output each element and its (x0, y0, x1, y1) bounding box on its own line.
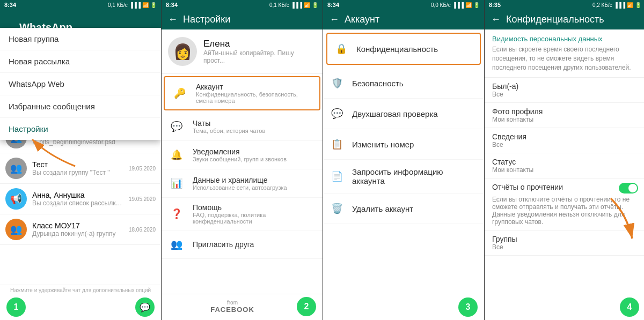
from-label: from (171, 300, 294, 306)
status-bar-2: 8:34 0,1 КБ/с ▐▐▐ 📶 🔋 (162, 0, 323, 10)
menu-starred[interactable]: Избранные сообщения (0, 95, 161, 118)
settings-label: Данные и хранилище (193, 176, 316, 184)
privacy-header: ← Конфиденциальность (485, 10, 644, 29)
privacy-item-groups[interactable]: Группы Все (485, 230, 644, 256)
settings-header: ← Настройки (162, 10, 323, 29)
back-button-4[interactable]: ← (491, 14, 501, 25)
footer-panel-4: 4 (485, 294, 644, 320)
account-item-security[interactable]: 🛡️ Безопасность (323, 68, 484, 99)
profile-avatar: 👩 (168, 37, 197, 66)
account-label-request: Запросить информацию аккаунта (352, 167, 478, 185)
settings-item-invite[interactable]: 👥 Пригласить друга (162, 230, 323, 259)
account-list: 🔒 Конфиденциальность 🛡️ Безопасность 💬 Д… (323, 29, 484, 294)
privacy-section-desc: Если вы скроете время своего последнего … (492, 45, 638, 72)
chat-info: Тест Вы создали группу "Тест " (32, 160, 123, 176)
privacy-desc-receipts: Если вы отключите отчёты о прочтении, то… (492, 196, 638, 226)
status-bar-1: 8:34 0,1 КБ/с ▐▐▐ 📶 🔋 (0, 0, 161, 10)
menu-new-broadcast[interactable]: Новая рассылка (0, 50, 161, 73)
bell-icon: 🔔 (168, 146, 185, 163)
status-icons-3: 0,0 КБ/с ▐▐▐ 📶 🔋 (431, 2, 480, 8)
panel-account: 8:34 0,0 КБ/с ▐▐▐ 📶 🔋 ← Аккаунт 🔒 Конфид… (323, 0, 484, 320)
list-item[interactable]: 👥 Тест Вы создали группу "Тест " 19.05.2… (0, 153, 161, 184)
list-item[interactable]: 👥 Класс МОУ17 Дурында покинул(-а) группу… (0, 214, 161, 245)
status-icons-4: 0,2 КБ/с ▐▐▐ 📶 🔋 (592, 2, 641, 8)
footer-panel-3: 3 (323, 294, 484, 320)
account-item-delete[interactable]: 🗑️ Удалить аккаунт (323, 194, 484, 224)
chat-date: 18.06.2020 (129, 227, 156, 233)
avatar: 👥 (5, 219, 27, 240)
avatar: 📢 (5, 188, 27, 210)
privacy-value-last-seen: Все (492, 91, 638, 98)
account-item-change-number[interactable]: 📋 Изменить номер (323, 129, 484, 160)
account-item-request[interactable]: 📄 Запросить информацию аккаунта (323, 160, 484, 194)
chat-preview: Вы создали группу "Тест " (32, 169, 123, 176)
settings-item-help[interactable]: ❓ Помощь FAQ, поддержка, политика конфид… (162, 198, 323, 230)
status-icons-2: 0,1 КБ/с ▐▐▐ 📶 🔋 (269, 2, 318, 8)
privacy-item-status[interactable]: Статус Мои контакты (485, 153, 644, 178)
time-1: 8:34 (4, 2, 16, 8)
hint-text: Нажмите и удерживайте чат для дополнител… (0, 285, 161, 295)
receipts-text: Отчёты о прочтении (492, 183, 614, 191)
receipts-toggle[interactable] (619, 183, 638, 194)
chat-date: 19.05.2020 (129, 196, 156, 202)
shield-icon-3: 🛡️ (330, 76, 345, 91)
privacy-item-photo[interactable]: Фото профиля Мои контакты (485, 103, 644, 128)
wifi-icon-4: 📶 (627, 2, 633, 8)
privacy-label-groups: Группы (492, 235, 638, 243)
signal-icon: ▐▐▐ (129, 2, 141, 8)
from-facebook: from FACEBOOK (168, 296, 297, 317)
chat-date: 19.05.2020 (129, 166, 156, 172)
status-icons-1: 0,1 КБ/с ▐▐▐ 📶 🔋 (108, 2, 157, 8)
compose-button[interactable]: 💬 (135, 297, 155, 317)
settings-item-account[interactable]: 🔑 Аккаунт Конфиденциальность, безопаснос… (164, 76, 320, 110)
battery-icon-4: 🔋 (635, 2, 641, 8)
privacy-item-highlighted[interactable]: 🔒 Конфиденциальность (326, 33, 481, 65)
step-4-badge: 4 (620, 297, 639, 317)
settings-item-notifications[interactable]: 🔔 Уведомления Звуки сообщений, групп и з… (162, 141, 323, 169)
settings-label: Помощь (193, 203, 316, 212)
settings-label: Аккаунт (196, 83, 313, 91)
time-4: 8:35 (489, 2, 501, 8)
privacy-item-receipts: Отчёты о прочтении Если вы отключите отч… (485, 178, 644, 230)
privacy-value-status: Мои контакты (492, 166, 638, 174)
chat-info: Анна, Аннушка Вы создали список рассылки… (32, 191, 123, 207)
help-icon: ❓ (168, 205, 185, 222)
wifi-icon: 📶 (142, 2, 149, 8)
data-speed-1: 0,1 КБ/с (108, 2, 128, 8)
time-3: 8:34 (327, 2, 339, 8)
settings-desc: Конфиденциальность, безопасность, смена … (196, 91, 313, 104)
settings-text-invite: Пригласить друга (193, 240, 316, 249)
trash-icon: 🗑️ (330, 201, 345, 216)
header-title-4: Конфиденциальность (506, 14, 604, 25)
status-bar-4: 8:35 0,2 КБ/с ▐▐▐ 📶 🔋 (485, 0, 644, 10)
account-label-2step: Двухшаговая проверка (352, 109, 438, 118)
account-item-privacy[interactable]: 🔒 Конфиденциальность (327, 34, 480, 64)
profile-card[interactable]: 👩 Елена АйТи-шный копирайтер. Пишу прост… (162, 29, 323, 74)
back-button-3[interactable]: ← (330, 14, 339, 25)
privacy-label-about: Сведения (492, 132, 638, 141)
account-item-2step[interactable]: 💬 Двухшаговая проверка (323, 99, 484, 129)
settings-text-notifications: Уведомления Звуки сообщений, групп и зво… (193, 147, 316, 162)
panel-privacy: 8:35 0,2 КБ/с ▐▐▐ 📶 🔋 ← Конфиденциальнос… (485, 0, 644, 320)
header-title-2: Настройки (183, 14, 230, 25)
header-title-3: Аккаунт (345, 14, 379, 25)
menu-whatsapp-web[interactable]: WhatsApp Web (0, 73, 161, 95)
settings-label: Чаты (193, 119, 316, 128)
menu-settings[interactable]: Настройки (0, 118, 161, 140)
status-bar-3: 8:34 0,0 КБ/с ▐▐▐ 📶 🔋 (323, 0, 484, 10)
settings-desc: Использование сети, автозагрузка (193, 184, 316, 191)
battery-icon-2: 🔋 (312, 2, 318, 8)
data-speed-3: 0,0 КБ/с (431, 2, 451, 8)
clipboard-icon: 📋 (330, 137, 345, 152)
privacy-item-about[interactable]: Сведения Все (485, 128, 644, 153)
settings-text-data: Данные и хранилище Использование сети, а… (193, 176, 316, 191)
settings-item-data[interactable]: 📊 Данные и хранилище Использование сети,… (162, 169, 323, 198)
chat-info: Класс МОУ17 Дурында покинул(-а) группу (32, 221, 123, 237)
list-item[interactable]: 📢 Анна, Аннушка Вы создали список рассыл… (0, 184, 161, 214)
settings-item-chats[interactable]: 💬 Чаты Тема, обои, история чатов (162, 113, 323, 141)
settings-desc: Звуки сообщений, групп и звонков (193, 156, 316, 162)
privacy-item-last-seen[interactable]: Был(-а) Все (485, 78, 644, 103)
back-button-2[interactable]: ← (168, 14, 178, 25)
settings-text-account: Аккаунт Конфиденциальность, безопасность… (196, 83, 313, 104)
menu-new-group[interactable]: Новая группа (0, 28, 161, 50)
